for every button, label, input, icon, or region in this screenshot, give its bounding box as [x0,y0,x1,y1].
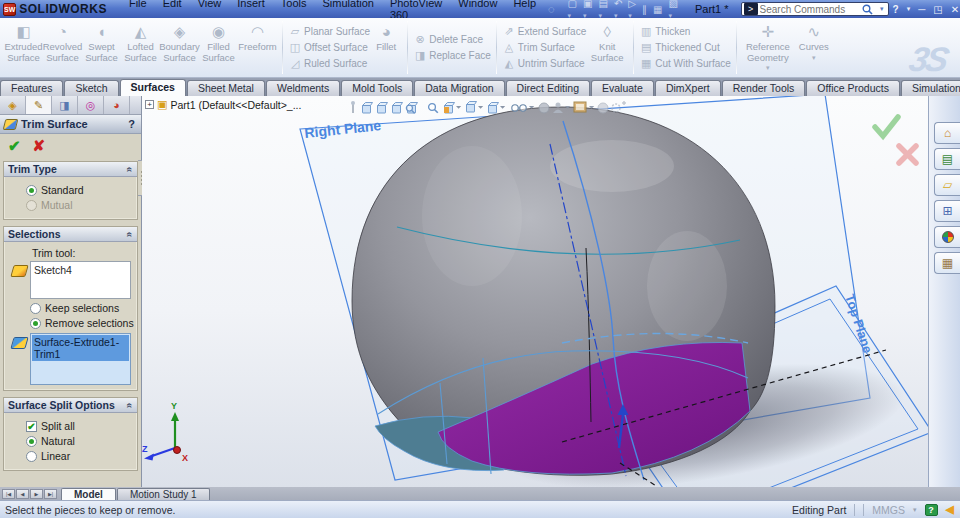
surface-split-options-header[interactable]: Surface Split Options « [4,398,137,413]
section-view-icon[interactable] [444,103,461,114]
selections-header[interactable]: Selections « [4,227,137,242]
motion-study-tab[interactable]: Motion Study 1 [117,488,210,500]
tree-root-label[interactable]: Part1 (Default<<Default>_... [170,99,301,111]
thicken-button[interactable]: ▥Thicken [639,24,731,40]
cut-with-surface-button[interactable]: ▦Cut With Surface [639,56,731,72]
split-all-checkbox[interactable]: ✔ Split all [26,420,135,432]
untrim-surface-button[interactable]: ◭Untrim Surface [502,56,586,72]
knit-surface-button[interactable]: ◊ Knit Surface [586,20,628,75]
tab-sketch[interactable]: Sketch [64,80,118,96]
propertymanager-tab[interactable]: ✎ [26,96,52,114]
previous-view-icon[interactable] [393,103,403,114]
prev-tab-button[interactable]: ◀ [16,489,29,499]
extruded-surface-button[interactable]: ◧ Extruded Surface [4,20,43,75]
view-palette-icon[interactable]: ⊞ [934,200,960,222]
search-caret-icon[interactable]: ▾ [876,5,888,13]
fillet-button[interactable]: ◕ Fillet [370,20,402,75]
pushpin-icon[interactable] [351,101,355,113]
replace-face-button[interactable]: ◨Replace Face [413,48,491,64]
trim-type-header[interactable]: Trim Type « [4,162,137,177]
rotate-view-icon[interactable] [598,103,608,113]
zoom-to-area-icon[interactable] [378,103,388,114]
mutual-radio[interactable]: Mutual [26,199,135,211]
file-explorer-icon[interactable]: ▱ [934,174,960,196]
save-icon[interactable]: ▣ ▾ [580,0,595,20]
help-button[interactable]: ? [889,4,903,15]
design-library-icon[interactable]: ▤ [934,148,960,170]
cancel-button[interactable]: ✘ [33,137,46,155]
panel-help-button[interactable]: ? [128,118,135,130]
last-tab-button[interactable]: ▶| [44,489,57,499]
tab-data-migration[interactable]: Data Migration [414,80,504,96]
tab-evaluate[interactable]: Evaluate [591,80,654,96]
reference-geometry-button[interactable]: ✛ Reference Geometry ▾ [742,20,794,75]
restore-button[interactable]: ◳ [929,4,946,15]
tab-surfaces[interactable]: Surfaces [120,79,186,96]
ruled-surface-button[interactable]: ◿Ruled Surface [288,56,370,72]
tab-office-products[interactable]: Office Products [806,80,900,96]
configurationmanager-tab[interactable]: ◨ [52,96,78,114]
planar-surface-button[interactable]: ▱Planar Surface [288,24,370,40]
quick-tips-icon[interactable]: ? [925,504,938,516]
appearances-scenes-icon[interactable] [934,226,960,248]
minimize-button[interactable]: ─ [914,4,929,15]
tab-sheet-metal[interactable]: Sheet Metal [187,80,265,96]
task-pane-toggle-icon[interactable]: ◀ [946,503,954,516]
freeform-button[interactable]: ◠ Freeform [238,20,277,75]
boundary-surface-button[interactable]: ◈ Boundary Surface [160,20,199,75]
new-document-icon[interactable]: ▢ ▾ [565,0,580,20]
trim-tool-listbox[interactable]: Sketch4 [30,261,131,299]
filled-surface-button[interactable]: ◉ Filled Surface [199,20,238,75]
ok-button[interactable]: ✔ [8,137,21,155]
thickened-cut-button[interactable]: ▤Thickened Cut [639,40,731,56]
tab-render-tools[interactable]: Render Tools [722,80,806,96]
lofted-surface-button[interactable]: ◭ Lofted Surface [121,20,160,75]
select-icon[interactable]: ▷ ▾ [625,0,639,20]
confirm-ok-icon[interactable] [875,117,898,136]
delete-face-button[interactable]: ⊗Delete Face [413,32,491,48]
remove-selections-radio[interactable]: Remove selections [30,317,135,329]
featuremanager-tree-tab[interactable]: ◈ [0,96,26,114]
trim-surface-button[interactable]: ◬Trim Surface [502,40,586,56]
zoom-in-out-icon[interactable] [406,103,417,114]
close-button[interactable]: ✕ [947,4,960,15]
tree-expander[interactable]: + [145,100,154,109]
display-style-icon[interactable] [489,103,506,114]
menu-pin-icon[interactable]: ◌ [548,3,555,15]
natural-radio[interactable]: Natural [26,435,135,447]
offset-surface-button[interactable]: ◫Offset Surface [288,40,370,56]
search-icon[interactable] [862,4,873,15]
tab-simulation[interactable]: Simulation [901,80,960,96]
units-selector[interactable]: MMGS [872,504,905,516]
displaymanager-tab[interactable]: ◕ [104,96,130,114]
curves-button[interactable]: ∿ Curves ▾ [794,20,834,75]
zoom-to-fit-icon[interactable] [363,103,373,114]
list-item-selected[interactable]: Surface-Extrude1-Trim1 [32,335,129,361]
tab-weldments[interactable]: Weldments [266,80,340,96]
view-orientation-icon[interactable] [467,102,484,113]
options-icon[interactable]: ▧ ▾ [665,0,680,20]
model-tab[interactable]: Model [61,488,116,500]
print-icon[interactable]: ▤ ▾ [595,0,610,20]
linear-radio[interactable]: Linear [26,450,135,462]
next-tab-button[interactable]: ▶ [30,489,43,499]
first-tab-button[interactable]: |◀ [2,489,15,499]
extend-surface-button[interactable]: ⇗Extend Surface [502,24,586,40]
keep-selections-radio[interactable]: Keep selections [30,302,135,314]
custom-properties-icon[interactable]: ▦ [934,252,960,274]
help-caret-icon[interactable]: ▾ [903,5,915,13]
tab-dimxpert[interactable]: DimXpert [655,80,721,96]
attach-icon[interactable]: ∥ [639,4,650,15]
tab-features[interactable]: Features [0,80,63,96]
box-icon[interactable]: ▦ [650,4,665,15]
tab-mold-tools[interactable]: Mold Tools [341,80,413,96]
confirm-cancel-icon[interactable] [899,146,916,163]
pieces-listbox[interactable]: Surface-Extrude1-Trim1 [30,333,131,385]
graphics-viewport[interactable]: Right Plane Top Plane [142,96,928,487]
solidworks-resources-icon[interactable]: ⌂ [934,122,960,144]
magnifier-icon[interactable] [429,104,438,113]
tab-direct-editing[interactable]: Direct Editing [506,80,590,96]
standard-radio[interactable]: Standard [26,184,135,196]
dimxpertmanager-tab[interactable]: ◎ [78,96,104,114]
undo-icon[interactable]: ↶ ▾ [611,0,625,20]
